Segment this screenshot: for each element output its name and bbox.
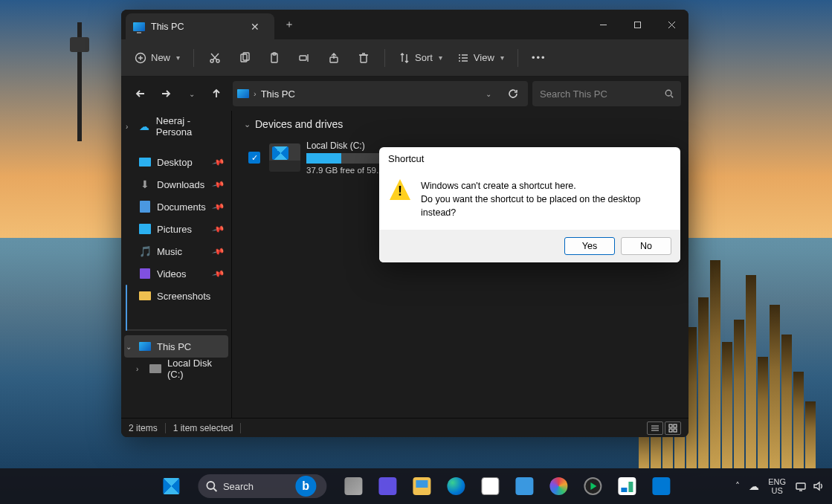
close-button[interactable]: [654, 10, 689, 39]
whiteboard-icon: [618, 477, 636, 495]
pin-icon: 📌: [212, 245, 226, 258]
search-box[interactable]: [532, 81, 681, 106]
tab-this-pc[interactable]: This PC ✕: [126, 13, 274, 39]
minimize-button[interactable]: [586, 10, 620, 39]
sidebar-item-onedrive-personal[interactable]: › ☁ Neeraj - Persona: [124, 115, 228, 138]
group-header-label: Devices and drives: [255, 118, 343, 130]
back-button[interactable]: [129, 82, 152, 106]
svg-rect-38: [796, 483, 805, 489]
status-selected-count: 1 item selected: [173, 423, 233, 433]
yes-button[interactable]: Yes: [564, 237, 615, 255]
videos-icon: [139, 268, 151, 280]
cut-icon: [209, 52, 221, 64]
sidebar-item-pictures[interactable]: Pictures 📌: [124, 218, 228, 240]
new-button[interactable]: New ▾: [129, 45, 186, 71]
address-dropdown-button[interactable]: ⌄: [477, 83, 498, 104]
sidebar-item-music[interactable]: 🎵 Music 📌: [124, 240, 228, 262]
address-bar[interactable]: › This PC ⌄: [233, 81, 528, 106]
sidebar-item-videos[interactable]: Videos 📌: [124, 262, 228, 285]
copy-icon: [239, 52, 251, 64]
local-drive-icon: [269, 143, 300, 172]
svg-rect-18: [361, 55, 367, 62]
sidebar-item-this-pc[interactable]: ⌄ This PC: [124, 335, 228, 358]
copy-button[interactable]: [231, 45, 258, 71]
download-icon: ⬇: [139, 178, 151, 190]
taskbar-chat[interactable]: [373, 471, 402, 501]
taskbar-store[interactable]: [475, 471, 505, 501]
sidebar-item-label: Downloads: [157, 179, 204, 190]
task-view-button[interactable]: [338, 471, 368, 501]
checkbox-checked-icon[interactable]: ✓: [248, 152, 260, 164]
network-icon: [795, 480, 807, 492]
warning-icon: !: [390, 179, 410, 200]
dialog-buttons: Yes No: [379, 230, 680, 262]
dialog-title: Shortcut: [379, 147, 680, 170]
maximize-button[interactable]: [620, 10, 654, 39]
forward-button[interactable]: [154, 82, 178, 106]
sidebar-item-desktop[interactable]: Desktop 📌: [124, 151, 228, 173]
chat-icon: [378, 477, 396, 495]
sidebar-item-screenshots[interactable]: Screenshots: [124, 285, 228, 307]
desktop-tower: [67, 22, 97, 141]
delete-button[interactable]: [350, 45, 377, 71]
search-input[interactable]: [540, 88, 665, 100]
taskbar-search-label: Search: [223, 481, 254, 492]
document-icon: [139, 201, 151, 213]
tray-overflow-button[interactable]: ˄: [735, 481, 740, 491]
details-view-button[interactable]: [647, 421, 663, 435]
start-button[interactable]: [156, 471, 186, 501]
rename-button[interactable]: [291, 45, 317, 71]
icons-view-button[interactable]: [665, 421, 681, 435]
share-icon: [328, 52, 340, 64]
network-volume-button[interactable]: [795, 480, 825, 492]
taskbar-calculator[interactable]: [509, 471, 539, 501]
lang-line1: ENG: [768, 477, 786, 486]
taskbar-search[interactable]: Search b: [190, 471, 334, 501]
paste-button[interactable]: [261, 45, 288, 71]
recent-button[interactable]: ⌄: [179, 82, 203, 106]
sidebar-item-label: Music: [157, 246, 182, 257]
sidebar-item-local-disk-c[interactable]: › Local Disk (C:): [124, 358, 228, 380]
breadcrumb[interactable]: This PC: [261, 88, 295, 100]
tab-title: This PC: [151, 22, 184, 32]
view-button[interactable]: View ▾: [451, 45, 510, 71]
task-view-icon: [344, 477, 362, 495]
sidebar-item-label: Desktop: [157, 157, 193, 168]
taskbar-file-explorer[interactable]: [407, 471, 436, 501]
sidebar-item-documents[interactable]: Documents 📌: [124, 196, 228, 218]
rename-icon: [298, 52, 310, 64]
up-button[interactable]: [204, 82, 228, 106]
status-item-count: 2 items: [129, 423, 158, 433]
sidebar-item-label: Local Disk (C:): [167, 358, 224, 380]
svg-rect-33: [674, 424, 677, 427]
sidebar-item-downloads[interactable]: ⬇ Downloads 📌: [124, 173, 228, 196]
taskbar-media-player[interactable]: [578, 471, 607, 501]
sort-button[interactable]: Sort ▾: [393, 45, 448, 71]
taskbar-tips[interactable]: [646, 471, 676, 501]
taskbar-edge[interactable]: [441, 471, 471, 501]
pictures-icon: [139, 223, 151, 235]
taskbar-m365[interactable]: [544, 471, 573, 501]
m365-icon: [549, 477, 567, 495]
expand-icon: ›: [136, 365, 138, 373]
no-button[interactable]: No: [621, 237, 671, 255]
desktop-icon: [139, 156, 151, 168]
more-button[interactable]: •••: [526, 45, 552, 71]
tab-close-button[interactable]: ✕: [245, 16, 265, 37]
group-devices-drives[interactable]: ⌄ Devices and drives: [244, 118, 677, 130]
bing-icon: b: [295, 476, 316, 497]
new-tab-button[interactable]: ＋: [279, 14, 300, 35]
cut-button[interactable]: [201, 45, 228, 71]
window-controls: [586, 10, 689, 39]
music-icon: 🎵: [139, 245, 151, 257]
this-pc-icon: [237, 89, 249, 98]
language-button[interactable]: ENG US: [768, 477, 786, 495]
onedrive-tray-icon[interactable]: ☁: [749, 480, 759, 492]
expand-icon: ⌄: [126, 343, 132, 351]
pin-icon: 📌: [212, 222, 226, 236]
share-button[interactable]: [320, 45, 347, 71]
toolbar: New ▾ Sort ▾ View ▾ •••: [121, 39, 689, 77]
dialog-message-line2: Do you want the shortcut to be placed on…: [421, 193, 670, 219]
refresh-button[interactable]: [503, 83, 523, 104]
taskbar-whiteboard[interactable]: [612, 471, 642, 501]
